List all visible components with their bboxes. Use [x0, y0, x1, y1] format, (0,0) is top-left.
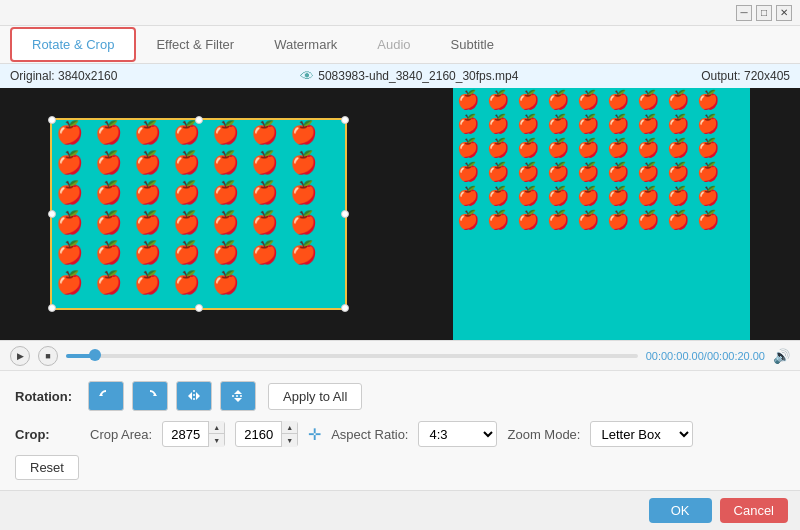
eye-icon[interactable]: 👁 [300, 68, 314, 84]
time-display: 00:00:00.00/00:00:20.00 [646, 350, 765, 362]
playback-bar: ▶ ■ 00:00:00.00/00:00:20.00 🔊 [0, 340, 800, 370]
tab-effect-filter[interactable]: Effect & Filter [136, 29, 254, 60]
black-bar-top [0, 88, 397, 118]
apply-to-all-button[interactable]: Apply to All [268, 383, 362, 410]
svg-marker-4 [196, 392, 200, 400]
crop-label: Crop: [15, 427, 80, 442]
flip-horizontal-button[interactable] [176, 381, 212, 411]
zoom-mode-label: Zoom Mode: [507, 427, 580, 442]
svg-marker-3 [188, 392, 192, 400]
close-button[interactable]: ✕ [776, 5, 792, 21]
info-bar: Original: 3840x2160 👁 5083983-uhd_3840_2… [0, 64, 800, 88]
reset-row: Reset [15, 455, 785, 480]
crop-width-input[interactable] [163, 427, 208, 442]
maximize-button[interactable]: □ [756, 5, 772, 21]
rotate-ccw-button[interactable] [88, 381, 124, 411]
crop-area-label: Crop Area: [90, 427, 152, 442]
play-button[interactable]: ▶ [10, 346, 30, 366]
progress-track[interactable] [66, 354, 638, 358]
tab-bar: Rotate & Crop Effect & Filter Watermark … [0, 26, 800, 64]
flip-vertical-button[interactable] [220, 381, 256, 411]
crop-height-down[interactable]: ▼ [281, 434, 297, 447]
progress-thumb[interactable] [89, 349, 101, 361]
time-current: 00:00:00.00 [646, 350, 704, 362]
controls-area: Rotation: [0, 370, 800, 490]
apple-emoji: 🍎 [50, 118, 89, 148]
minimize-button[interactable]: ─ [736, 5, 752, 21]
black-bar-right-left [403, 88, 453, 340]
stop-button[interactable]: ■ [38, 346, 58, 366]
black-bar-right-right [750, 88, 800, 340]
filename: 5083983-uhd_3840_2160_30fps.mp4 [318, 69, 518, 83]
black-bar-left [0, 118, 50, 310]
ok-button[interactable]: OK [649, 498, 712, 523]
crop-width-down[interactable]: ▼ [208, 434, 224, 447]
title-bar: ─ □ ✕ [0, 0, 800, 26]
crop-width-up[interactable]: ▲ [208, 421, 224, 434]
svg-marker-7 [234, 398, 242, 402]
aspect-ratio-label: Aspect Ratio: [331, 427, 408, 442]
apple-canvas-right: 🍎🍎🍎🍎🍎🍎🍎🍎🍎 🍎🍎🍎🍎🍎🍎🍎🍎🍎 🍎🍎🍎🍎🍎🍎🍎🍎🍎 🍎🍎🍎🍎🍎🍎🍎🍎🍎 … [453, 88, 750, 340]
crop-width-input-wrapper: ▲ ▼ [162, 421, 225, 447]
aspect-ratio-select[interactable]: 4:3 Original 16:9 1:1 9:16 [418, 421, 497, 447]
video-right-panel: 🍎🍎🍎🍎🍎🍎🍎🍎🍎 🍎🍎🍎🍎🍎🍎🍎🍎🍎 🍎🍎🍎🍎🍎🍎🍎🍎🍎 🍎🍎🍎🍎🍎🍎🍎🍎🍎 … [403, 88, 800, 340]
crop-height-up[interactable]: ▲ [281, 421, 297, 434]
tab-rotate-crop[interactable]: Rotate & Crop [10, 27, 136, 62]
apple-canvas-left: 🍎🍎🍎🍎🍎🍎🍎🍎 🍎🍎🍎🍎🍎🍎🍎🍎 🍎🍎🍎🍎🍎🍎🍎🍎 🍎🍎🍎🍎🍎🍎🍎🍎 🍎🍎🍎🍎… [50, 118, 347, 310]
cancel-button[interactable]: Cancel [720, 498, 788, 523]
crop-width-spinners: ▲ ▼ [208, 421, 224, 447]
black-bar-right [347, 118, 397, 310]
rotate-cw-button[interactable] [132, 381, 168, 411]
rotation-row: Rotation: [15, 381, 785, 411]
crop-height-input[interactable] [236, 427, 281, 442]
volume-icon[interactable]: 🔊 [773, 348, 790, 364]
crop-height-input-wrapper: ▲ ▼ [235, 421, 298, 447]
time-total: 00:00:20.00 [707, 350, 765, 362]
video-area: 🍎🍎🍎🍎🍎🍎🍎🍎 🍎🍎🍎🍎🍎🍎🍎🍎 🍎🍎🍎🍎🍎🍎🍎🍎 🍎🍎🍎🍎🍎🍎🍎🍎 🍎🍎🍎🍎… [0, 88, 800, 340]
video-left-panel: 🍎🍎🍎🍎🍎🍎🍎🍎 🍎🍎🍎🍎🍎🍎🍎🍎 🍎🍎🍎🍎🍎🍎🍎🍎 🍎🍎🍎🍎🍎🍎🍎🍎 🍎🍎🍎🍎… [0, 88, 397, 340]
move-icon[interactable]: ✛ [308, 425, 321, 444]
tab-subtitle[interactable]: Subtitle [431, 29, 514, 60]
rotation-label: Rotation: [15, 389, 80, 404]
svg-marker-6 [234, 390, 242, 394]
black-bar-bottom [0, 310, 397, 340]
footer: OK Cancel [0, 490, 800, 530]
output-resolution: Output: 720x405 [701, 69, 790, 83]
zoom-mode-select[interactable]: Letter Box Pan & Scan Full [590, 421, 693, 447]
original-resolution: Original: 3840x2160 [10, 69, 117, 83]
tab-audio[interactable]: Audio [357, 29, 430, 60]
crop-row: Crop: Crop Area: ▲ ▼ ▲ ▼ ✛ Aspect Ratio:… [15, 421, 785, 447]
tab-watermark[interactable]: Watermark [254, 29, 357, 60]
crop-height-spinners: ▲ ▼ [281, 421, 297, 447]
reset-button[interactable]: Reset [15, 455, 79, 480]
